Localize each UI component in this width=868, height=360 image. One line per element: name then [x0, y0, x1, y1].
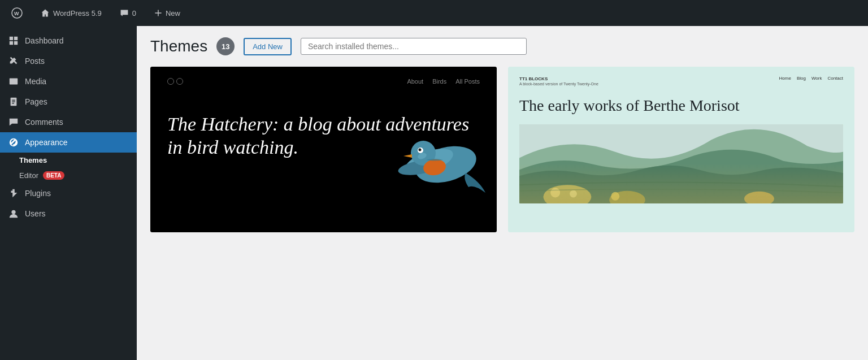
- search-input[interactable]: [301, 38, 527, 55]
- sidebar-item-users-label: Users: [25, 209, 46, 218]
- svg-point-25: [550, 188, 560, 197]
- appearance-submenu: Themes Editor beta: [0, 153, 137, 183]
- sidebar-item-appearance-label: Appearance: [25, 138, 68, 147]
- tt2-nav-links: About Birds All Posts: [407, 78, 480, 85]
- sidebar-item-media-label: Media: [25, 77, 46, 86]
- sidebar-item-pages-label: Pages: [25, 97, 47, 106]
- comment-icon: [120, 8, 129, 18]
- tt1-nav-links: Home Blog Work Contact: [779, 76, 843, 81]
- tt2-logo-circle1: [167, 78, 174, 85]
- pages-icon: [8, 96, 19, 107]
- svg-rect-3: [14, 37, 18, 40]
- posts-icon: [8, 55, 19, 67]
- bird-svg: [372, 119, 497, 198]
- main-layout: Dashboard Posts Media Pages Comments: [0, 26, 868, 360]
- sidebar-item-comments-label: Comments: [25, 118, 63, 127]
- sidebar-item-plugins[interactable]: Plugins: [0, 183, 137, 203]
- tt1-nav-blog: Blog: [797, 76, 806, 81]
- wp-logo-item[interactable]: W: [7, 5, 27, 21]
- sidebar-item-comments[interactable]: Comments: [0, 112, 137, 132]
- tt1-nav-contact: Contact: [827, 76, 843, 81]
- sidebar-item-users[interactable]: Users: [0, 203, 137, 224]
- sidebar-item-plugins-label: Plugins: [25, 189, 51, 198]
- tt2-nav-link-about: About: [407, 78, 423, 85]
- tt1-painting: [519, 124, 843, 203]
- themes-grid: About Birds All Posts The Hatchery: a bl…: [150, 67, 854, 232]
- site-name-item[interactable]: WordPress 5.9: [36, 6, 106, 20]
- svg-rect-4: [10, 41, 13, 45]
- svg-rect-5: [14, 41, 18, 45]
- tt1-nav-home: Home: [779, 76, 791, 81]
- sidebar-item-appearance[interactable]: Appearance: [0, 132, 137, 153]
- comments-count: 0: [132, 9, 136, 18]
- tt1-brand-name: TT1 BLOCKS: [519, 76, 598, 82]
- admin-bar: W WordPress 5.9 0 New: [0, 0, 868, 26]
- users-icon: [8, 208, 19, 219]
- svg-point-22: [543, 185, 591, 203]
- site-name-label: WordPress 5.9: [53, 9, 102, 18]
- tt2-nav-link-allposts: All Posts: [455, 78, 480, 85]
- svg-point-23: [609, 191, 645, 203]
- sidebar-item-pages[interactable]: Pages: [0, 92, 137, 112]
- sidebar-subitem-editor[interactable]: Editor beta: [8, 168, 137, 183]
- appearance-icon: [8, 137, 19, 148]
- sidebar-item-dashboard[interactable]: Dashboard: [0, 31, 137, 51]
- svg-point-27: [611, 192, 619, 201]
- tt2-nav: About Birds All Posts: [150, 67, 497, 96]
- svg-point-26: [570, 190, 577, 197]
- svg-rect-2: [10, 37, 13, 40]
- tt2-bird: [372, 119, 497, 198]
- new-item[interactable]: New: [150, 7, 185, 20]
- tt1-content: The early works of Berthe Morisot: [508, 90, 854, 232]
- themes-count-badge: 13: [216, 37, 235, 55]
- editor-subitem-label: Editor: [19, 171, 38, 180]
- theme-preview-tt2: About Birds All Posts The Hatchery: a bl…: [150, 67, 497, 232]
- tt1-heading: The early works of Berthe Morisot: [519, 96, 843, 115]
- svg-rect-21: [519, 124, 843, 203]
- theme-card-tt2[interactable]: About Birds All Posts The Hatchery: a bl…: [150, 67, 497, 232]
- tt2-nav-link-birds: Birds: [432, 78, 446, 85]
- tt1-brand-sub: A block-based version of Twenty Twenty-O…: [519, 82, 598, 86]
- tt1-brand: TT1 BLOCKS A block-based version of Twen…: [519, 76, 598, 86]
- comments-icon: [8, 116, 19, 128]
- home-icon: [41, 8, 50, 18]
- svg-text:W: W: [14, 11, 19, 16]
- plugins-icon: [8, 188, 19, 199]
- tt1-nav-work: Work: [811, 76, 822, 81]
- sidebar-item-posts-label: Posts: [25, 57, 45, 66]
- sidebar-item-media[interactable]: Media: [0, 71, 137, 92]
- dashboard-icon: [8, 35, 19, 46]
- svg-point-24: [744, 192, 774, 203]
- content-area: Themes 13 Add New About Birds: [137, 26, 868, 360]
- painting-svg: [519, 124, 843, 203]
- wp-logo-icon: W: [11, 7, 23, 19]
- tt2-logo: [167, 78, 183, 85]
- svg-point-18: [419, 148, 422, 151]
- comments-item[interactable]: 0: [115, 6, 141, 20]
- sidebar-item-posts[interactable]: Posts: [0, 51, 137, 71]
- theme-card-tt1[interactable]: TT1 BLOCKS A block-based version of Twen…: [508, 67, 854, 232]
- theme-preview-tt1: TT1 BLOCKS A block-based version of Twen…: [508, 67, 854, 232]
- media-icon: [8, 76, 19, 87]
- sidebar-subitem-themes[interactable]: Themes: [8, 153, 137, 168]
- sidebar: Dashboard Posts Media Pages Comments: [0, 26, 137, 360]
- svg-rect-6: [10, 79, 18, 85]
- themes-page-title: Themes: [150, 37, 207, 55]
- svg-point-12: [11, 210, 15, 214]
- add-new-button[interactable]: Add New: [244, 38, 292, 55]
- tt2-logo-circle2: [176, 78, 183, 85]
- new-label: New: [166, 9, 180, 18]
- themes-subitem-label: Themes: [19, 156, 47, 164]
- themes-header: Themes 13 Add New: [150, 37, 854, 55]
- editor-beta-badge: beta: [43, 171, 64, 180]
- plus-icon: [154, 9, 162, 17]
- tt1-nav: TT1 BLOCKS A block-based version of Twen…: [508, 67, 854, 90]
- sidebar-item-dashboard-label: Dashboard: [25, 36, 64, 45]
